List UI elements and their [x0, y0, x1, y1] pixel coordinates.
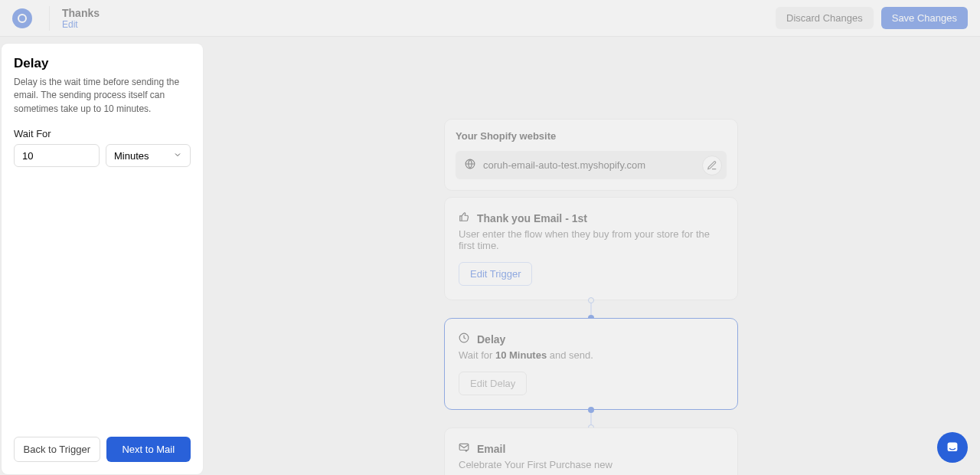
delay-desc: Wait for 10 Minutes and send. — [459, 349, 724, 361]
wait-for-label: Wait For — [14, 128, 191, 139]
edit-delay-button[interactable]: Edit Delay — [459, 372, 527, 395]
logo-ring-icon — [18, 14, 27, 23]
edit-domain-button[interactable] — [702, 156, 722, 175]
connector — [590, 300, 592, 318]
email-title: Email — [477, 443, 505, 455]
shopify-card: Your Shopify website coruh-email-auto-te… — [444, 119, 738, 191]
app-logo — [12, 8, 32, 28]
globe-icon — [465, 159, 475, 172]
trigger-desc: User enter the flow when they buy from y… — [459, 228, 724, 251]
trigger-title: Thank you Email - 1st — [477, 212, 587, 224]
svg-rect-2 — [459, 444, 469, 450]
flow-column: Your Shopify website coruh-email-auto-te… — [444, 119, 738, 475]
clock-icon — [459, 332, 469, 346]
chat-launcher[interactable] — [937, 432, 968, 463]
next-to-mail-button[interactable]: Next to Mail — [106, 437, 191, 462]
email-desc: Celebrate Your First Purchase new — [459, 459, 724, 470]
mail-check-icon — [459, 442, 469, 456]
top-bar: Thanks Edit Discard Changes Save Changes — [0, 0, 980, 37]
unit-selected-text: Minutes — [114, 150, 149, 162]
divider — [49, 6, 50, 31]
delay-side-panel: Delay Delay is the wait time before send… — [2, 44, 203, 474]
shopify-domain-pill: coruh-email-auto-test.myshopify.com — [456, 151, 727, 179]
delay-title: Delay — [477, 333, 505, 346]
panel-title: Delay — [14, 56, 191, 71]
edit-trigger-button[interactable]: Edit Trigger — [459, 262, 532, 286]
page-title-block: Thanks Edit — [62, 7, 100, 30]
back-to-trigger-button[interactable]: Back to Trigger — [14, 437, 100, 462]
trigger-card: Thank you Email - 1st User enter the flo… — [444, 197, 738, 300]
thumbs-up-icon — [459, 211, 469, 225]
wait-value-input[interactable] — [14, 144, 100, 167]
email-card: Email Celebrate Your First Purchase new … — [444, 428, 738, 475]
shopify-header: Your Shopify website — [456, 130, 727, 142]
delay-card[interactable]: Delay Wait for 10 Minutes and send. Edit… — [444, 318, 738, 410]
discard-changes-button[interactable]: Discard Changes — [776, 7, 874, 29]
unit-select[interactable]: Minutes — [106, 144, 191, 167]
edit-link[interactable]: Edit — [62, 19, 100, 30]
chevron-down-icon — [173, 150, 182, 162]
connector — [590, 410, 592, 428]
save-changes-button[interactable]: Save Changes — [881, 7, 968, 29]
panel-desc: Delay is the wait time before sending th… — [14, 76, 191, 116]
page-title: Thanks — [62, 7, 100, 19]
chat-icon — [945, 440, 960, 455]
shopify-domain-text: coruh-email-auto-test.myshopify.com — [483, 159, 645, 171]
